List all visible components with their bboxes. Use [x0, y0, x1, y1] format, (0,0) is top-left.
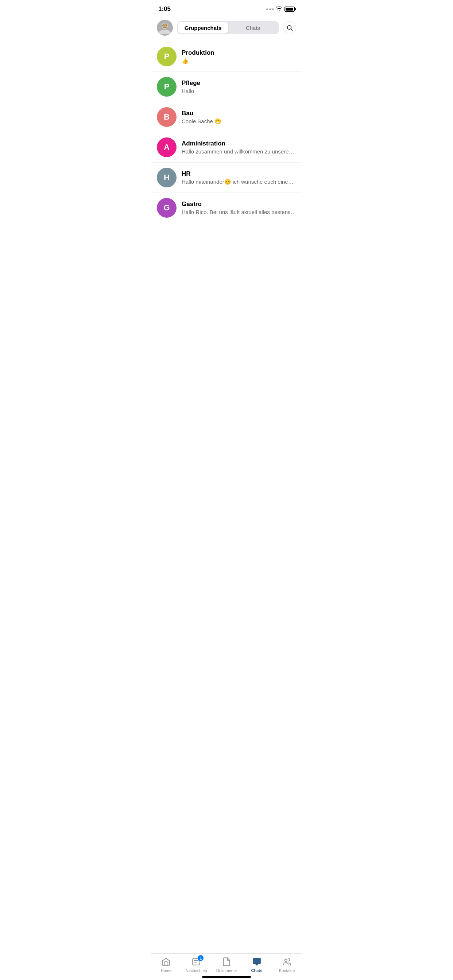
chat-avatar-produktion: P	[157, 47, 177, 66]
chat-preview-hr: Hallo miteinander😊 ich wünsche euch eine…	[182, 179, 296, 185]
chat-name-administration: Administration	[182, 140, 296, 147]
search-icon	[286, 24, 293, 31]
wifi-icon	[276, 6, 282, 13]
battery-icon	[284, 6, 295, 12]
chat-content-bau: Bau Coole Sache 😁	[182, 110, 296, 125]
chat-avatar-administration: A	[157, 137, 177, 157]
chat-item-administration[interactable]: A Administration Hallo zusammen und will…	[151, 132, 302, 162]
svg-line-5	[291, 29, 292, 30]
chat-preview-bau: Coole Sache 😁	[182, 118, 296, 125]
chat-item-bau[interactable]: B Bau Coole Sache 😁	[151, 102, 302, 132]
chat-preview-pflege: Hallo	[182, 88, 296, 94]
status-icons	[266, 6, 295, 13]
segment-chats[interactable]: Chats	[228, 22, 278, 33]
chat-avatar-gastro: G	[157, 198, 177, 218]
status-time: 1:05	[158, 5, 171, 13]
chat-name-bau: Bau	[182, 110, 296, 117]
chat-item-pflege[interactable]: P Pflege Hallo	[151, 72, 302, 102]
chat-preview-gastro: Hallo Rico. Bei uns läuft aktuell alles …	[182, 209, 296, 215]
search-button[interactable]	[283, 21, 296, 34]
chat-name-produktion: Produktion	[182, 49, 296, 57]
chat-avatar-pflege: P	[157, 77, 177, 97]
signal-icon	[266, 8, 274, 10]
svg-point-3	[163, 24, 166, 27]
chat-content-produktion: Produktion 👍	[182, 49, 296, 64]
user-avatar[interactable]	[157, 20, 173, 36]
chat-avatar-hr: H	[157, 168, 177, 188]
chat-name-hr: HR	[182, 170, 296, 178]
chat-preview-produktion: 👍	[182, 57, 296, 64]
chat-content-gastro: Gastro Hallo Rico. Bei uns läuft aktuell…	[182, 200, 296, 215]
chat-name-gastro: Gastro	[182, 200, 296, 208]
chat-name-pflege: Pflege	[182, 80, 296, 87]
segment-gruppenchats[interactable]: Gruppenchats	[178, 22, 228, 33]
chat-list: P Produktion 👍 P Pflege Hallo B Bau Cool…	[151, 41, 302, 223]
header: Gruppenchats Chats	[151, 16, 302, 41]
status-bar: 1:05	[151, 0, 302, 16]
segment-control: Gruppenchats Chats	[177, 21, 279, 34]
chat-preview-administration: Hallo zusammen und willkommen zu unserem…	[182, 148, 296, 154]
chat-avatar-bau: B	[157, 107, 177, 127]
chat-content-administration: Administration Hallo zusammen und willko…	[182, 140, 296, 154]
chat-item-gastro[interactable]: G Gastro Hallo Rico. Bei uns läuft aktue…	[151, 193, 302, 223]
chat-content-hr: HR Hallo miteinander😊 ich wünsche euch e…	[182, 170, 296, 185]
chat-item-produktion[interactable]: P Produktion 👍	[151, 41, 302, 72]
chat-content-pflege: Pflege Hallo	[182, 80, 296, 94]
chat-item-hr[interactable]: H HR Hallo miteinander😊 ich wünsche euch…	[151, 162, 302, 193]
